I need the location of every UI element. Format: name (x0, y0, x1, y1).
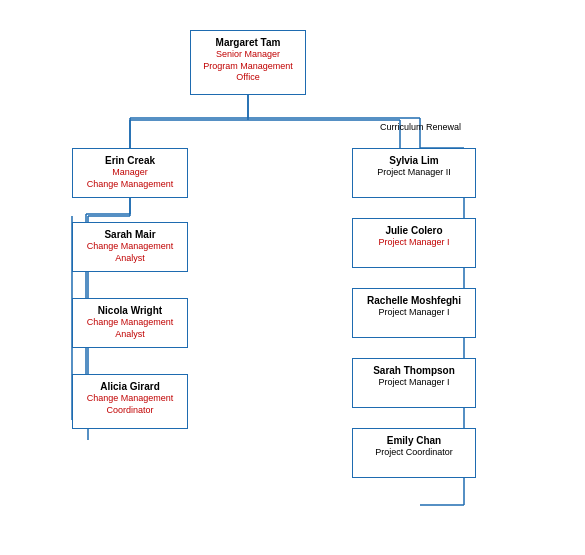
julie-title: Project Manager I (359, 237, 469, 249)
rachelle-name: Rachelle Moshfeghi (359, 294, 469, 307)
julie-name: Julie Colero (359, 224, 469, 237)
curriculum-renewal-label: Curriculum Renewal (380, 122, 461, 132)
root-dept: Program Management Office (197, 61, 299, 84)
nicola-title: Change Management (79, 317, 181, 329)
root-box: Margaret Tam Senior Manager Program Mana… (190, 30, 306, 95)
nicola-dept: Analyst (79, 329, 181, 341)
sarah-thompson-box: Sarah Thompson Project Manager I (352, 358, 476, 408)
sarah-thompson-name: Sarah Thompson (359, 364, 469, 377)
erin-name: Erin Creak (79, 154, 181, 167)
emily-name: Emily Chan (359, 434, 469, 447)
nicola-wright-box: Nicola Wright Change Management Analyst (72, 298, 188, 348)
rachelle-box: Rachelle Moshfeghi Project Manager I (352, 288, 476, 338)
sarah-mair-dept: Analyst (79, 253, 181, 265)
sylvia-lim-box: Sylvia Lim Project Manager II (352, 148, 476, 198)
root-title: Senior Manager (197, 49, 299, 61)
rachelle-title: Project Manager I (359, 307, 469, 319)
erin-creak-box: Erin Creak Manager Change Management (72, 148, 188, 198)
nicola-name: Nicola Wright (79, 304, 181, 317)
emily-chan-box: Emily Chan Project Coordinator (352, 428, 476, 478)
sarah-mair-title: Change Management (79, 241, 181, 253)
alicia-name: Alicia Girard (79, 380, 181, 393)
erin-dept: Change Management (79, 179, 181, 191)
sarah-thompson-title: Project Manager I (359, 377, 469, 389)
alicia-dept: Coordinator (79, 405, 181, 417)
sylvia-title: Project Manager II (359, 167, 469, 179)
sarah-mair-name: Sarah Mair (79, 228, 181, 241)
sarah-mair-box: Sarah Mair Change Management Analyst (72, 222, 188, 272)
alicia-title: Change Management (79, 393, 181, 405)
alicia-girard-box: Alicia Girard Change Management Coordina… (72, 374, 188, 429)
org-chart: Margaret Tam Senior Manager Program Mana… (0, 0, 585, 555)
erin-title: Manager (79, 167, 181, 179)
root-name: Margaret Tam (197, 36, 299, 49)
emily-title: Project Coordinator (359, 447, 469, 459)
sylvia-name: Sylvia Lim (359, 154, 469, 167)
julie-colero-box: Julie Colero Project Manager I (352, 218, 476, 268)
